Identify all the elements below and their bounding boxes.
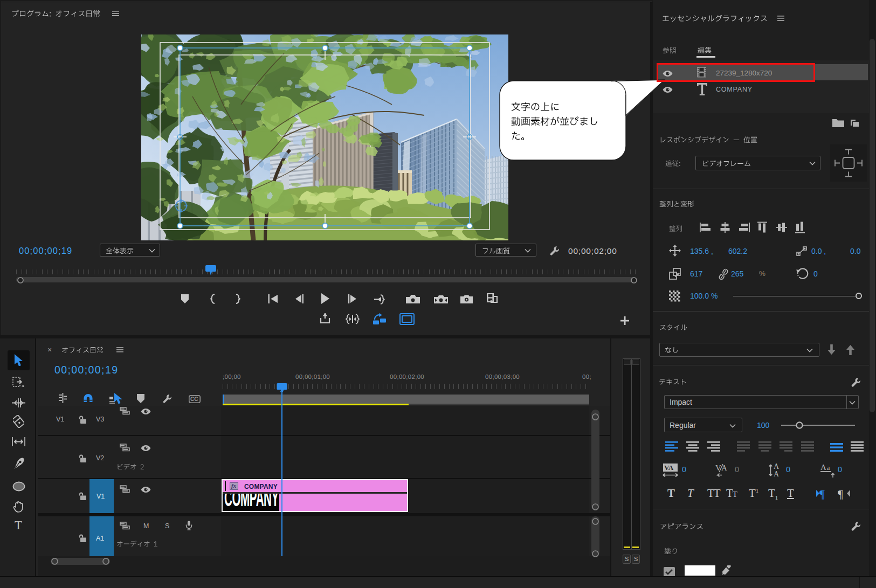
svg-text:¶: ¶	[838, 488, 843, 500]
svg-text:a: a	[827, 464, 830, 472]
svg-text:A: A	[774, 462, 780, 471]
svg-text:¶: ¶	[819, 488, 825, 500]
svg-text:VA: VA	[664, 464, 674, 472]
svg-text:A: A	[820, 463, 826, 472]
svg-text:CC: CC	[190, 396, 198, 402]
svg-text:A: A	[774, 470, 780, 478]
svg-text:V: V	[715, 464, 721, 472]
